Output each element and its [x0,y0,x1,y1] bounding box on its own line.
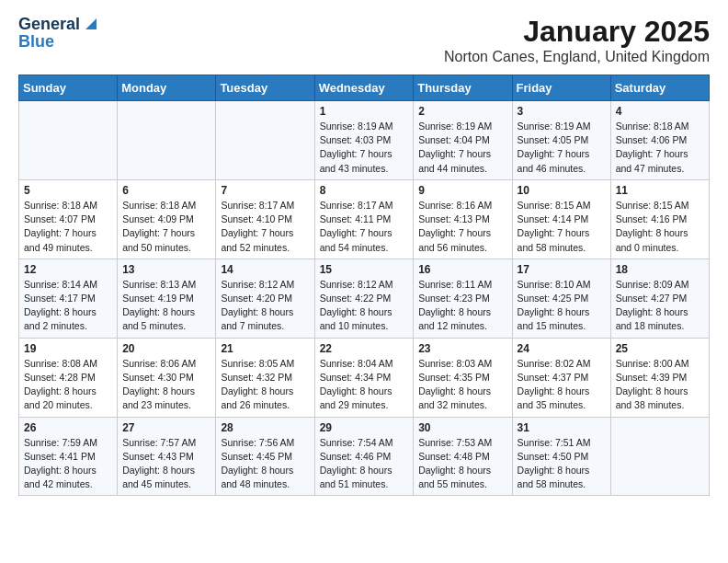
day-number: 17 [518,263,606,276]
table-row: 30Sunrise: 7:53 AM Sunset: 4:48 PM Dayli… [414,417,512,496]
day-number: 27 [122,421,210,434]
table-row [19,101,118,180]
calendar-week-row: 5Sunrise: 8:18 AM Sunset: 4:07 PM Daylig… [19,179,710,259]
day-info: Sunrise: 8:15 AM Sunset: 4:14 PM Dayligh… [518,199,606,255]
table-row: 15Sunrise: 8:12 AM Sunset: 4:22 PM Dayli… [314,259,414,338]
day-number: 29 [320,421,409,434]
day-info: Sunrise: 8:19 AM Sunset: 4:04 PM Dayligh… [418,120,506,176]
day-number: 28 [221,421,309,434]
day-number: 6 [122,184,210,197]
day-info: Sunrise: 8:12 AM Sunset: 4:22 PM Dayligh… [320,278,409,334]
header-monday: Monday [118,75,216,101]
day-info: Sunrise: 8:02 AM Sunset: 4:37 PM Dayligh… [518,357,606,413]
day-info: Sunrise: 8:03 AM Sunset: 4:35 PM Dayligh… [418,357,506,413]
day-number: 5 [24,184,112,197]
day-number: 21 [221,342,309,355]
day-number: 19 [24,342,112,355]
day-info: Sunrise: 7:54 AM Sunset: 4:46 PM Dayligh… [320,436,409,492]
table-row: 1Sunrise: 8:19 AM Sunset: 4:03 PM Daylig… [314,101,414,180]
table-row: 14Sunrise: 8:12 AM Sunset: 4:20 PM Dayli… [216,259,314,338]
day-info: Sunrise: 8:15 AM Sunset: 4:16 PM Dayligh… [616,199,704,255]
table-row: 22Sunrise: 8:04 AM Sunset: 4:34 PM Dayli… [314,338,414,417]
day-number: 18 [616,263,704,276]
table-row: 31Sunrise: 7:51 AM Sunset: 4:50 PM Dayli… [512,417,610,496]
day-info: Sunrise: 7:51 AM Sunset: 4:50 PM Dayligh… [518,436,606,492]
table-row: 5Sunrise: 8:18 AM Sunset: 4:07 PM Daylig… [19,179,118,259]
day-info: Sunrise: 8:05 AM Sunset: 4:32 PM Dayligh… [221,357,309,413]
day-number: 30 [418,421,506,434]
day-info: Sunrise: 8:08 AM Sunset: 4:28 PM Dayligh… [24,357,112,413]
day-info: Sunrise: 8:04 AM Sunset: 4:34 PM Dayligh… [320,357,409,413]
table-row: 8Sunrise: 8:17 AM Sunset: 4:11 PM Daylig… [314,179,414,259]
day-info: Sunrise: 8:18 AM Sunset: 4:09 PM Dayligh… [122,199,210,255]
calendar-week-row: 1Sunrise: 8:19 AM Sunset: 4:03 PM Daylig… [19,101,710,180]
calendar-table: Sunday Monday Tuesday Wednesday Thursday… [18,75,710,496]
page-header: General Blue January 2025 Norton Canes, … [18,15,710,65]
day-number: 14 [221,263,309,276]
day-number: 3 [518,105,606,118]
table-row: 16Sunrise: 8:11 AM Sunset: 4:23 PM Dayli… [414,259,512,338]
table-row: 3Sunrise: 8:19 AM Sunset: 4:05 PM Daylig… [512,101,610,180]
table-row: 4Sunrise: 8:18 AM Sunset: 4:06 PM Daylig… [610,101,709,180]
day-info: Sunrise: 8:10 AM Sunset: 4:25 PM Dayligh… [518,278,606,334]
day-info: Sunrise: 7:57 AM Sunset: 4:43 PM Dayligh… [122,436,210,492]
day-info: Sunrise: 7:56 AM Sunset: 4:45 PM Dayligh… [221,436,309,492]
table-row: 26Sunrise: 7:59 AM Sunset: 4:41 PM Dayli… [19,417,118,496]
table-row [118,101,216,180]
day-number: 16 [418,263,506,276]
table-row: 19Sunrise: 8:08 AM Sunset: 4:28 PM Dayli… [19,338,118,417]
day-info: Sunrise: 8:19 AM Sunset: 4:03 PM Dayligh… [320,120,409,176]
day-number: 24 [518,342,606,355]
day-info: Sunrise: 8:19 AM Sunset: 4:05 PM Dayligh… [518,120,606,176]
table-row: 17Sunrise: 8:10 AM Sunset: 4:25 PM Dayli… [512,259,610,338]
header-wednesday: Wednesday [314,75,414,101]
table-row: 7Sunrise: 8:17 AM Sunset: 4:10 PM Daylig… [216,179,314,259]
day-number: 20 [122,342,210,355]
table-row: 27Sunrise: 7:57 AM Sunset: 4:43 PM Dayli… [118,417,216,496]
table-row: 2Sunrise: 8:19 AM Sunset: 4:04 PM Daylig… [414,101,512,180]
day-number: 9 [418,184,506,197]
header-tuesday: Tuesday [216,75,314,101]
table-row: 21Sunrise: 8:05 AM Sunset: 4:32 PM Dayli… [216,338,314,417]
table-row: 20Sunrise: 8:06 AM Sunset: 4:30 PM Dayli… [118,338,216,417]
header-thursday: Thursday [414,75,512,101]
day-number: 23 [418,342,506,355]
logo-blue-text: Blue [18,33,54,50]
day-number: 13 [122,263,210,276]
header-sunday: Sunday [19,75,118,101]
table-row [610,417,709,496]
table-row: 24Sunrise: 8:02 AM Sunset: 4:37 PM Dayli… [512,338,610,417]
table-row: 18Sunrise: 8:09 AM Sunset: 4:27 PM Dayli… [610,259,709,338]
day-info: Sunrise: 8:14 AM Sunset: 4:17 PM Dayligh… [24,278,112,334]
table-row: 10Sunrise: 8:15 AM Sunset: 4:14 PM Dayli… [512,179,610,259]
svg-marker-0 [85,18,97,29]
calendar-week-row: 12Sunrise: 8:14 AM Sunset: 4:17 PM Dayli… [19,259,710,338]
table-row: 29Sunrise: 7:54 AM Sunset: 4:46 PM Dayli… [314,417,414,496]
day-info: Sunrise: 7:59 AM Sunset: 4:41 PM Dayligh… [24,436,112,492]
day-info: Sunrise: 8:09 AM Sunset: 4:27 PM Dayligh… [616,278,704,334]
logo-general-text: General [18,16,80,32]
day-info: Sunrise: 8:17 AM Sunset: 4:10 PM Dayligh… [221,199,309,255]
day-number: 22 [320,342,409,355]
table-row: 12Sunrise: 8:14 AM Sunset: 4:17 PM Dayli… [19,259,118,338]
table-row: 6Sunrise: 8:18 AM Sunset: 4:09 PM Daylig… [118,179,216,259]
table-row [216,101,314,180]
day-info: Sunrise: 8:17 AM Sunset: 4:11 PM Dayligh… [320,199,409,255]
title-block: January 2025 Norton Canes, England, Unit… [444,15,710,65]
table-row: 11Sunrise: 8:15 AM Sunset: 4:16 PM Dayli… [610,179,709,259]
day-number: 31 [518,421,606,434]
day-info: Sunrise: 8:16 AM Sunset: 4:13 PM Dayligh… [418,199,506,255]
day-number: 4 [616,105,704,118]
day-info: Sunrise: 8:06 AM Sunset: 4:30 PM Dayligh… [122,357,210,413]
calendar-week-row: 26Sunrise: 7:59 AM Sunset: 4:41 PM Dayli… [19,417,710,496]
calendar-week-row: 19Sunrise: 8:08 AM Sunset: 4:28 PM Dayli… [19,338,710,417]
day-number: 2 [418,105,506,118]
day-info: Sunrise: 8:13 AM Sunset: 4:19 PM Dayligh… [122,278,210,334]
day-info: Sunrise: 8:00 AM Sunset: 4:39 PM Dayligh… [616,357,704,413]
day-number: 12 [24,263,112,276]
table-row: 23Sunrise: 8:03 AM Sunset: 4:35 PM Dayli… [414,338,512,417]
day-number: 25 [616,342,704,355]
table-row: 28Sunrise: 7:56 AM Sunset: 4:45 PM Dayli… [216,417,314,496]
day-info: Sunrise: 7:53 AM Sunset: 4:48 PM Dayligh… [418,436,506,492]
day-number: 1 [320,105,409,118]
